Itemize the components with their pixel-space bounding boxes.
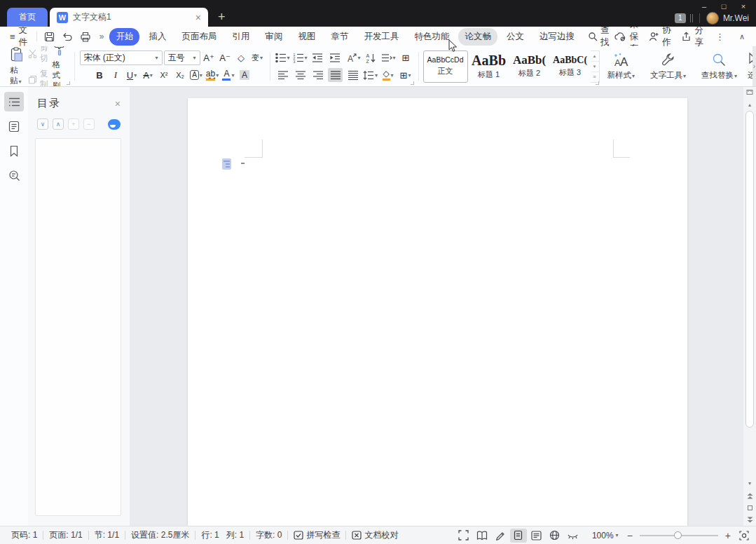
select-button[interactable]: 选择 xyxy=(745,46,752,86)
ribbon-tab-section[interactable]: 章节 xyxy=(324,28,355,46)
new-style-button[interactable]: AA 新样式▾ xyxy=(600,46,643,86)
notes-pane-button[interactable] xyxy=(4,116,24,136)
more-options-icon[interactable]: ⋮ xyxy=(714,32,726,42)
ink-pen-button[interactable] xyxy=(492,529,509,543)
cut-button[interactable]: 剪切 xyxy=(28,46,48,64)
line-status[interactable]: 行: 1 xyxy=(195,529,220,541)
user-avatar[interactable] xyxy=(706,12,719,25)
shrink-font-button[interactable]: A⁻ xyxy=(218,50,233,64)
home-tab[interactable]: 首页 xyxy=(7,8,48,27)
close-tab-icon[interactable]: × xyxy=(195,13,201,22)
ribbon-tab-insert[interactable]: 插入 xyxy=(142,28,172,46)
zoom-slider[interactable] xyxy=(640,535,718,536)
section-status[interactable]: 节: 1/1 xyxy=(89,529,125,541)
italic-button[interactable]: I xyxy=(109,68,123,82)
zoom-in-outline-button[interactable]: + xyxy=(68,118,79,130)
scroll-down-icon[interactable]: ▾ xyxy=(748,481,751,487)
page-view-button[interactable] xyxy=(510,529,527,543)
document-tab[interactable]: W 文字文稿1 × xyxy=(50,8,208,27)
close-button[interactable]: × xyxy=(734,1,753,12)
word-count-status[interactable]: 字数: 0 xyxy=(250,529,287,541)
file-menu[interactable]: ≡ 文件 xyxy=(6,25,34,48)
share-button[interactable]: 分享 xyxy=(681,25,703,48)
font-size-select[interactable]: 五号 ▾ xyxy=(164,50,200,65)
distribute-button[interactable] xyxy=(345,68,360,82)
undo-icon[interactable] xyxy=(62,32,73,42)
numbering-button[interactable]: 123▾ xyxy=(293,50,308,64)
save-icon[interactable] xyxy=(44,32,55,42)
column-status[interactable]: 列: 1 xyxy=(221,529,249,541)
style-heading2[interactable]: AaBb( 标题 2 xyxy=(510,50,549,83)
zoom-out-outline-button[interactable]: − xyxy=(83,118,95,130)
style-heading3[interactable]: AaBbC( 标题 3 xyxy=(551,50,590,83)
fit-page-button[interactable] xyxy=(739,531,749,540)
increase-indent-button[interactable] xyxy=(328,50,343,64)
find-button[interactable]: 查找 xyxy=(582,25,615,48)
new-tab-button[interactable]: + xyxy=(218,11,226,23)
search-pane-button[interactable] xyxy=(4,165,24,185)
document-canvas[interactable] xyxy=(130,87,743,526)
previous-page-icon[interactable] xyxy=(747,493,753,499)
subscript-button[interactable]: X₂ xyxy=(173,68,188,82)
align-left-button[interactable] xyxy=(275,68,290,82)
toolbar-expand-strip[interactable]: › xyxy=(752,46,756,86)
bold-button[interactable]: B xyxy=(92,68,107,82)
proofread-button[interactable]: 文档校对 xyxy=(346,529,404,541)
justify-button[interactable] xyxy=(328,68,343,82)
print-icon[interactable] xyxy=(80,32,91,42)
scroll-up-icon[interactable]: ▴ xyxy=(748,102,751,108)
ribbon-tab-view[interactable]: 视图 xyxy=(291,28,322,46)
decrease-indent-button[interactable] xyxy=(310,50,325,64)
ribbon-tab-search-while-writing[interactable]: 边写边搜 xyxy=(533,28,581,46)
select-browse-object-icon[interactable] xyxy=(748,505,752,510)
web-layout-button[interactable] xyxy=(547,529,563,543)
margin-setting-status[interactable]: 设置值: 2.5厘米 xyxy=(125,529,195,541)
ribbon-tab-developer[interactable]: 开发工具 xyxy=(357,28,405,46)
ai-assistant-toggle[interactable] xyxy=(108,119,121,130)
style-heading1[interactable]: AaBb 标题 1 xyxy=(469,50,509,83)
scrollbar-thumb[interactable] xyxy=(745,111,754,428)
paste-button[interactable]: 粘贴▾ xyxy=(6,47,28,86)
dialog-launcher[interactable] xyxy=(411,81,414,85)
ribbon-tab-review[interactable]: 审阅 xyxy=(259,28,289,46)
read-layout-button[interactable] xyxy=(474,529,490,543)
ruler-toggle-icon[interactable] xyxy=(746,89,753,95)
find-replace-button[interactable]: 查找替换▾ xyxy=(694,46,745,86)
next-page-icon[interactable] xyxy=(747,517,753,523)
qat-more-icon[interactable]: » xyxy=(95,32,109,41)
page-number-status[interactable]: 页码: 1 xyxy=(6,529,43,541)
bullets-button[interactable]: ▾ xyxy=(275,50,290,64)
character-scale-button[interactable]: A▾ xyxy=(345,50,361,64)
dialog-launcher[interactable] xyxy=(596,81,599,85)
ribbon-tab-page-layout[interactable]: 页面布局 xyxy=(175,28,223,46)
dialog-launcher[interactable] xyxy=(67,81,70,85)
grow-font-button[interactable]: A⁺ xyxy=(202,50,217,64)
styles-more-icon[interactable]: ≡ xyxy=(591,72,599,82)
pinyin-guide-button[interactable]: 变▾ xyxy=(250,50,265,64)
toc-list-empty[interactable] xyxy=(35,138,121,516)
collapse-ribbon-icon[interactable]: ∧ xyxy=(736,32,748,41)
align-right-button[interactable] xyxy=(310,68,325,82)
style-normal[interactable]: AaBbCcDd 正文 xyxy=(423,50,468,83)
notification-badge[interactable]: 1 xyxy=(675,13,686,23)
highlight-color-button[interactable]: ab▾ xyxy=(205,68,220,82)
eye-protection-button[interactable] xyxy=(565,529,582,543)
superscript-button[interactable]: X² xyxy=(157,68,172,82)
sort-button[interactable]: AZ xyxy=(364,50,378,64)
embedded-doc-icon[interactable] xyxy=(222,158,231,170)
ribbon-tab-paper-tool[interactable]: 论文畅 xyxy=(458,28,497,46)
borders-button[interactable]: ⊞▾ xyxy=(398,68,413,82)
zoom-level-button[interactable]: 100% ▾ xyxy=(592,531,619,540)
ribbon-tab-home[interactable]: 开始 xyxy=(109,28,139,46)
expand-all-button[interactable]: ∨ xyxy=(37,118,48,130)
font-color-button[interactable]: A▾ xyxy=(221,68,236,82)
bookmark-pane-button[interactable] xyxy=(4,141,24,161)
styles-scroll-down-icon[interactable]: ▾ xyxy=(591,62,599,72)
align-center-button[interactable] xyxy=(293,68,308,82)
collaborate-button[interactable]: 协作 xyxy=(649,25,671,48)
outline-view-button[interactable] xyxy=(528,529,545,543)
text-effects-button[interactable]: A▾ xyxy=(189,68,204,82)
maximize-button[interactable]: □ xyxy=(714,1,734,12)
ribbon-tab-official-doc[interactable]: 公文 xyxy=(500,28,530,46)
character-shading-button[interactable]: A xyxy=(238,68,252,82)
